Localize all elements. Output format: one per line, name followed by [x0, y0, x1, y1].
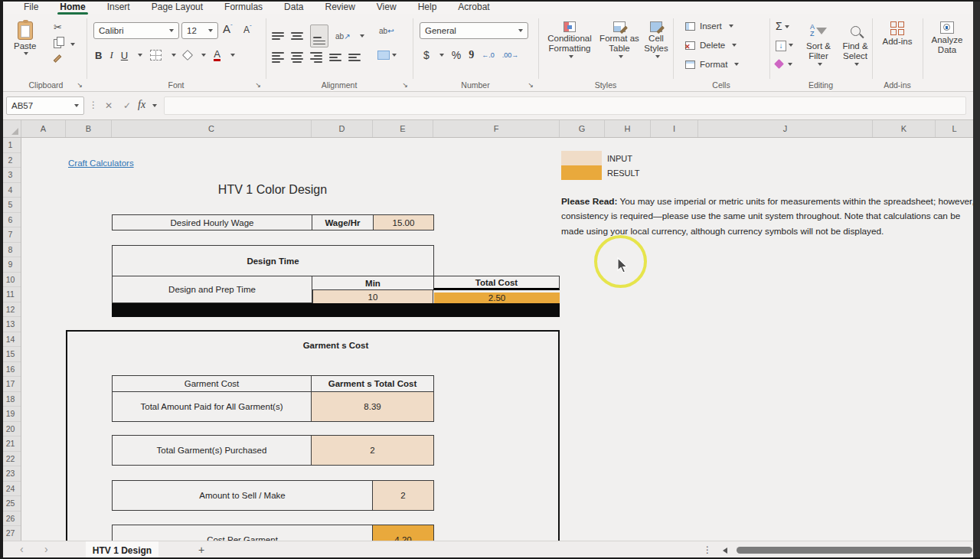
autosum-button[interactable]: Σ — [776, 20, 793, 32]
row-header-6[interactable]: 6 — [0, 213, 21, 228]
copy-button[interactable] — [54, 39, 61, 48]
merge-center-button[interactable] — [377, 51, 397, 60]
ribbon-tab-review[interactable]: Review — [315, 1, 364, 13]
row-header-5[interactable]: 5 — [0, 198, 21, 213]
format-painter-button[interactable] — [54, 54, 62, 63]
row-header-1[interactable]: 1 — [0, 138, 21, 153]
addins-button[interactable]: Add-ins — [878, 15, 916, 46]
top-align-button[interactable] — [272, 32, 284, 40]
sheet-tab-htv1design[interactable]: HTV 1 Design — [86, 541, 158, 559]
row-header-20[interactable]: 20 — [0, 422, 21, 437]
column-header-H[interactable]: H — [605, 120, 651, 137]
ribbon-tab-data[interactable]: Data — [274, 1, 313, 13]
column-header-L[interactable]: L — [936, 120, 974, 137]
italic-button[interactable]: I — [109, 49, 113, 61]
next-sheet-button[interactable]: › — [44, 543, 48, 555]
alignment-dialog-launcher[interactable]: ↘ — [402, 81, 408, 89]
column-header-F[interactable]: F — [433, 120, 560, 137]
row-header-18[interactable]: 18 — [0, 392, 21, 407]
add-sheet-button[interactable]: + — [198, 544, 204, 556]
row-header-2[interactable]: 2 — [0, 153, 21, 168]
garment-total-header-cell[interactable]: Garment s Total Cost — [312, 376, 433, 391]
column-header-D[interactable]: D — [312, 120, 373, 137]
row-header-27[interactable]: 27 — [0, 526, 21, 541]
font-dialog-launcher[interactable]: ↘ — [255, 81, 261, 89]
cancel-button[interactable]: ✕ — [105, 100, 113, 111]
row-header-17[interactable]: 17 — [0, 377, 21, 392]
row-header-22[interactable]: 22 — [0, 452, 21, 467]
accounting-format-button[interactable]: $ — [423, 49, 430, 61]
column-header-E[interactable]: E — [373, 120, 433, 137]
scrollbar-menu-icon[interactable]: ⋮ — [703, 544, 712, 555]
design-time-header-cell[interactable]: Design Time — [112, 245, 434, 276]
decrease-decimal-button[interactable]: .00→ — [502, 51, 519, 59]
wrap-text-button[interactable]: ab↩ — [379, 23, 394, 37]
number-format-combo[interactable]: General — [420, 22, 528, 39]
amount-to-sell-label-cell[interactable]: Amount to Sell / Make — [113, 481, 373, 510]
formula-input[interactable] — [164, 96, 966, 115]
analyze-data-button[interactable]: Analyze Data — [927, 15, 967, 55]
scroll-left-arrow[interactable] — [723, 548, 727, 554]
increase-indent-button[interactable] — [348, 54, 361, 61]
comma-style-button[interactable]: 9 — [469, 49, 474, 61]
amount-paid-label-cell[interactable]: Total Amount Paid for All Garment(s) — [113, 392, 312, 421]
format-as-table-button[interactable]: Format as Table — [598, 15, 641, 58]
wage-value-cell[interactable]: 15.00 — [374, 215, 433, 230]
number-dialog-launcher[interactable]: ↘ — [528, 81, 534, 89]
row-header-23[interactable]: 23 — [0, 466, 21, 482]
column-header-C[interactable]: C — [112, 120, 312, 137]
row-header-4[interactable]: 4 — [0, 183, 21, 198]
ribbon-tab-home[interactable]: Home — [50, 1, 95, 13]
row-header-21[interactable]: 21 — [0, 436, 21, 452]
column-header-G[interactable]: G — [560, 120, 605, 137]
column-header-K[interactable]: K — [873, 120, 936, 137]
column-header-J[interactable]: J — [698, 120, 873, 137]
ribbon-tab-page-layout[interactable]: Page Layout — [142, 1, 213, 13]
insert-function-button[interactable]: fx — [138, 99, 145, 111]
row-header-13[interactable]: 13 — [0, 317, 21, 332]
cell-styles-button[interactable]: Cell Styles — [641, 15, 671, 58]
row-header-25[interactable]: 25 — [0, 496, 21, 512]
row-header-15[interactable]: 15 — [0, 347, 21, 362]
vertical-scrollbar[interactable] — [973, 0, 980, 559]
borders-button[interactable] — [150, 50, 162, 60]
row-header-16[interactable]: 16 — [0, 362, 21, 378]
row-header-11[interactable]: 11 — [0, 287, 21, 302]
paste-button[interactable]: Paste — [14, 15, 36, 55]
garment-cost-header-cell[interactable]: Garment Cost — [113, 376, 312, 391]
delete-cells-button[interactable]: ✕ Delete — [685, 41, 737, 50]
ribbon-tab-insert[interactable]: Insert — [97, 1, 140, 13]
horizontal-scrollbar-thumb[interactable] — [737, 547, 972, 554]
middle-align-button[interactable] — [291, 32, 303, 40]
garments-purchased-value-cell[interactable]: 2 — [312, 436, 433, 465]
ribbon-tab-formulas[interactable]: Formulas — [214, 1, 273, 13]
decrease-font-button[interactable]: Aˇ — [243, 24, 252, 35]
row-header-14[interactable]: 14 — [0, 332, 21, 348]
ribbon-tab-file[interactable]: File — [14, 1, 48, 13]
column-header-A[interactable]: A — [21, 120, 66, 137]
font-name-combo[interactable]: Calibri — [93, 22, 179, 39]
amount-paid-value-cell[interactable]: 8.39 — [312, 392, 433, 421]
row-header-3[interactable]: 3 — [0, 168, 21, 183]
row-header-9[interactable]: 9 — [0, 257, 21, 273]
format-cells-button[interactable]: Format — [685, 60, 739, 69]
column-header-I[interactable]: I — [651, 120, 698, 137]
underline-button[interactable]: U — [121, 50, 128, 61]
select-all-corner[interactable] — [0, 120, 21, 137]
row-header-10[interactable]: 10 — [0, 273, 21, 288]
font-color-button[interactable]: A — [214, 49, 220, 61]
min-value-cell[interactable]: 10 — [312, 290, 433, 303]
insert-cells-button[interactable]: Insert — [685, 21, 733, 31]
align-left-button[interactable] — [272, 52, 284, 63]
design-prep-label-cell[interactable]: Design and Prep Time — [112, 276, 312, 303]
ribbon-tab-help[interactable]: Help — [408, 1, 447, 13]
bottom-align-button[interactable] — [310, 25, 328, 47]
find-select-button[interactable]: Find & Select — [838, 15, 872, 66]
ribbon-tab-view[interactable]: View — [367, 1, 407, 13]
font-size-combo[interactable]: 12 — [181, 22, 218, 39]
clipboard-dialog-launcher[interactable]: ↘ — [77, 81, 83, 89]
row-header-8[interactable]: 8 — [0, 243, 21, 258]
conditional-formatting-button[interactable]: Conditional Formatting — [543, 15, 596, 58]
garments-purchased-label-cell[interactable]: Total Garment(s) Purchased — [113, 436, 312, 465]
ribbon-tab-acrobat[interactable]: Acrobat — [448, 1, 499, 13]
